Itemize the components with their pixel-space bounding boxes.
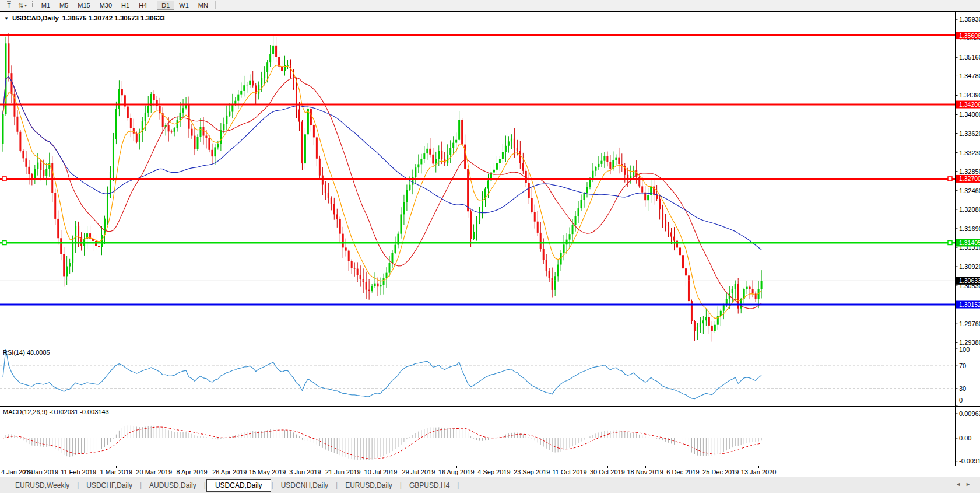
candles-group bbox=[2, 33, 763, 341]
toolbar-grip bbox=[32, 1, 34, 9]
macd-signal-line bbox=[3, 427, 761, 459]
tab-scroll-right-icon[interactable]: ► bbox=[965, 481, 975, 487]
main-chart-panel: 1.359301.355501.351601.347801.343901.340… bbox=[0, 11, 980, 347]
chart-tab-eurusd-daily[interactable]: EURUSD,Daily bbox=[338, 480, 399, 491]
date-label: 30 Oct 2019 bbox=[590, 468, 625, 475]
date-tick bbox=[79, 466, 79, 468]
date-label: 13 Jan 2020 bbox=[741, 468, 777, 475]
date-tick bbox=[570, 466, 570, 468]
price-tick-label: 1.34390 bbox=[959, 92, 980, 99]
rsi-panel: 10070300 RSI(14) 48.0085 bbox=[0, 347, 980, 406]
date-label: 26 Apr 2019 bbox=[212, 468, 247, 475]
price-tick-label: 1.29760 bbox=[959, 320, 980, 327]
timeframe-button-w1[interactable]: W1 bbox=[174, 1, 194, 10]
chart-title: ▼ USDCAD,Daily 1.30575 1.30742 1.30573 1… bbox=[4, 15, 165, 22]
date-label: 3 Jun 2019 bbox=[289, 468, 321, 475]
date-label: 23 Sep 2019 bbox=[514, 468, 550, 475]
date-label: 1 Mar 2019 bbox=[100, 468, 133, 475]
timeframe-button-m1[interactable]: M1 bbox=[37, 1, 55, 10]
rsi-tick-label: 70 bbox=[959, 362, 966, 369]
timeframe-button-d1[interactable]: D1 bbox=[157, 1, 174, 10]
macd-panel: 0.0096330.00-0.009134 MACD(12,26,9) -0.0… bbox=[0, 406, 980, 466]
rsi-label: RSI(14) 48.0085 bbox=[3, 349, 50, 356]
date-tick bbox=[494, 466, 494, 468]
price-tick-label: 1.29380 bbox=[959, 339, 980, 346]
updown-arrows-icon: ⇅ bbox=[18, 1, 23, 10]
price-tick-label: 1.35160 bbox=[959, 54, 980, 61]
timeframe-button-h1[interactable]: H1 bbox=[117, 1, 134, 10]
date-tick bbox=[381, 466, 381, 468]
price-tick-label: 1.31690 bbox=[959, 225, 980, 232]
date-label: 18 Nov 2019 bbox=[627, 468, 663, 475]
date-label: 20 Mar 2019 bbox=[136, 468, 172, 475]
chevron-down-icon: ▾ bbox=[24, 1, 27, 10]
price-badge-label: 1.34206 bbox=[959, 101, 980, 108]
date-tick bbox=[683, 466, 683, 468]
price-tick-label: 1.32850 bbox=[959, 168, 980, 175]
price-tick-label: 1.33620 bbox=[959, 130, 980, 137]
date-label: 8 Apr 2019 bbox=[176, 468, 207, 475]
timeframe-button-m5[interactable]: M5 bbox=[55, 1, 73, 10]
top-toolbar: T ⇅ ▾ M1M5M15M30H1H4D1W1MN bbox=[0, 0, 980, 11]
timeframe-button-h4[interactable]: H4 bbox=[134, 1, 152, 10]
date-tick bbox=[41, 466, 41, 468]
date-tick bbox=[419, 466, 419, 468]
line-handle bbox=[2, 241, 6, 245]
chart-tab-audusd-daily[interactable]: AUDUSD,Daily bbox=[142, 480, 203, 491]
line-handle bbox=[948, 177, 952, 181]
ma-line-fast bbox=[3, 65, 761, 319]
price-chart[interactable]: 1.359301.355501.351601.347801.343901.340… bbox=[0, 12, 980, 347]
ohlc-values: 1.30575 1.30742 1.30573 1.30633 bbox=[62, 15, 165, 22]
date-tick bbox=[343, 466, 343, 468]
macd-chart[interactable]: 0.0096330.00-0.009134 bbox=[0, 407, 980, 466]
arrange-arrows-button[interactable]: ⇅ ▾ bbox=[16, 1, 29, 10]
price-tick-label: 1.35930 bbox=[959, 16, 980, 23]
date-tick bbox=[721, 466, 721, 468]
chart-tab-bar: EURUSD,Weekly|USDCHF,Daily|AUDUSD,Daily|… bbox=[0, 477, 980, 493]
price-tick-label: 1.32080 bbox=[959, 206, 980, 213]
price-badge-label: 1.30152 bbox=[959, 301, 980, 308]
date-tick bbox=[268, 466, 268, 468]
line-handle bbox=[948, 241, 952, 245]
chart-tab-usdcnh-daily[interactable]: USDCNH,Daily bbox=[274, 480, 335, 491]
chart-tab-gbpusd-h4[interactable]: GBPUSD,H4 bbox=[402, 480, 456, 491]
text-tool-icon: T bbox=[5, 1, 13, 9]
date-tick bbox=[154, 466, 154, 468]
chart-tab-usdcad-daily[interactable]: USDCAD,Daily bbox=[206, 479, 271, 492]
price-badge-label: 1.30633 bbox=[959, 277, 980, 284]
chart-tab-usdchf-daily[interactable]: USDCHF,Daily bbox=[79, 480, 139, 491]
rsi-line bbox=[3, 349, 761, 399]
date-tick bbox=[607, 466, 608, 468]
price-tick-label: 1.30920 bbox=[959, 263, 980, 270]
rsi-tick-label: 0 bbox=[959, 397, 963, 404]
date-tick bbox=[192, 466, 192, 468]
macd-label: MACD(12,26,9) -0.002031 -0.003143 bbox=[3, 408, 109, 415]
date-label: 4 Sep 2019 bbox=[477, 468, 510, 475]
date-label: 6 Dec 2019 bbox=[666, 468, 699, 475]
date-label: 11 Oct 2019 bbox=[553, 468, 587, 475]
tab-separator: | bbox=[456, 481, 459, 489]
rsi-tick-label: 100 bbox=[959, 347, 970, 353]
chevron-down-icon: ▼ bbox=[4, 16, 9, 21]
tab-scroll-arrows[interactable]: ◄► bbox=[956, 481, 975, 487]
price-tick-label: 1.34780 bbox=[959, 72, 980, 79]
date-label: 21 Jun 2019 bbox=[325, 468, 361, 475]
rsi-chart[interactable]: 10070300 bbox=[0, 347, 980, 406]
date-tick bbox=[645, 466, 646, 468]
timeframe-button-m15[interactable]: M15 bbox=[73, 1, 94, 10]
date-tick bbox=[3, 466, 3, 468]
timeframe-button-m30[interactable]: M30 bbox=[95, 1, 117, 10]
date-tick bbox=[230, 466, 230, 468]
date-axis[interactable]: 4 Jan 201923 Jan 201911 Feb 20191 Mar 20… bbox=[0, 466, 980, 477]
macd-tick-label: 0.00 bbox=[959, 435, 971, 442]
timeframe-button-group: M1M5M15M30H1H4D1W1MN bbox=[37, 1, 218, 10]
date-tick bbox=[532, 466, 532, 468]
chart-tab-eurusd-weekly[interactable]: EURUSD,Weekly bbox=[8, 480, 76, 491]
date-label: 25 Dec 2019 bbox=[702, 468, 739, 475]
price-badge-label: 1.32700 bbox=[959, 175, 980, 182]
tab-scroll-left-icon[interactable]: ◄ bbox=[956, 481, 965, 487]
price-tick-label: 1.32460 bbox=[959, 187, 980, 194]
text-tool-button[interactable]: T bbox=[2, 1, 16, 10]
date-label: 11 Feb 2019 bbox=[61, 468, 96, 475]
timeframe-button-mn[interactable]: MN bbox=[194, 1, 213, 10]
